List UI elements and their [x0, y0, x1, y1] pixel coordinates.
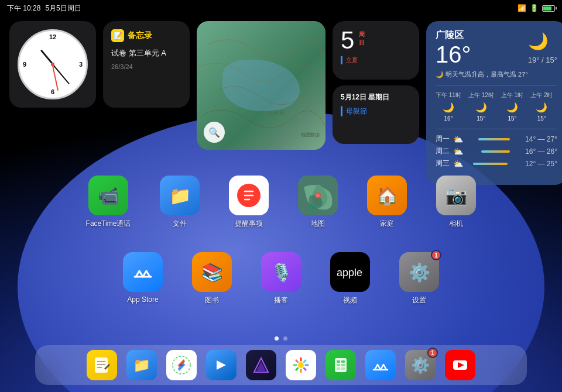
settings-label: 设置: [412, 295, 426, 305]
dock-settings[interactable]: ⚙️ 1: [405, 350, 436, 380]
notes-header: 📝 备忘录: [111, 29, 181, 42]
tv-label: 视频: [343, 295, 357, 305]
weather-location: 广陵区: [436, 29, 471, 42]
app-maps[interactable]: 地图: [298, 176, 338, 229]
app-row-1: 📹 FaceTime通话 📁 文件 提醒事项: [86, 176, 477, 229]
notes-app-label: 备忘录: [128, 30, 152, 41]
calendar-solar-term: 立夏: [341, 56, 411, 64]
weather-forecast: 周一 ⛅ 14° — 27° 周二 ⛅ 16° — 26° 周三 ⛅: [436, 129, 557, 169]
hourly-3: 上午 2时 🌙 15°: [530, 91, 553, 122]
forecast-row-1: 周二 ⛅ 16° — 26°: [436, 146, 557, 156]
dock-settings-badge: 1: [427, 348, 438, 358]
hourly-0: 下午 11时 🌙 16°: [436, 91, 461, 122]
camera-label: 相机: [449, 219, 463, 229]
page-dots: [275, 336, 287, 341]
events-date: 5月12日 星期日: [341, 92, 411, 102]
dock: 📁: [35, 345, 527, 385]
notes-date: 26/3/24: [111, 63, 181, 70]
app-books[interactable]: 📚 图书: [192, 252, 232, 305]
app-home[interactable]: 🏠 家庭: [367, 176, 407, 229]
svg-rect-11: [95, 357, 108, 373]
forecast-row-0: 周一 ⛅ 14° — 27°: [436, 134, 557, 144]
status-right: 📶 🔋: [518, 4, 555, 12]
svg-text:apple: apple: [337, 267, 362, 278]
dot-1: [283, 336, 287, 341]
app-settings[interactable]: ⚙️ 1 设置: [399, 252, 439, 305]
home-icon: 🏠: [367, 176, 407, 215]
podcasts-icon: 🎙️: [261, 252, 301, 292]
app-appstore[interactable]: App Store: [123, 252, 163, 305]
app-files[interactable]: 📁 文件: [160, 176, 200, 229]
weather-widget[interactable]: 广陵区 16° 🌙 19° / 15° 🌙 明天气温升高，最高气温 27° 下午…: [426, 21, 562, 185]
home-label: 家庭: [380, 219, 394, 229]
hourly-1: 上午 12时 🌙 15°: [468, 91, 494, 122]
facetime-icon: 📹: [88, 176, 128, 215]
notes-content: 试卷 第三单元 A: [111, 48, 181, 59]
notes-app-icon: 📝: [111, 29, 124, 42]
weather-range: 19° / 15°: [528, 56, 557, 64]
svg-point-21: [180, 364, 183, 366]
reminders-label: 提醒事项: [235, 219, 263, 229]
calendar-day-row: 5 周日: [341, 28, 411, 53]
dock-notchmeister[interactable]: [246, 350, 276, 380]
hourly-2: 上午 1时 🌙 15°: [501, 91, 523, 122]
calendar-group: 5 周日 立夏 5月12日 星期日 母親節: [333, 21, 419, 185]
battery-indicator: [542, 5, 555, 12]
svg-marker-22: [217, 360, 226, 370]
status-time: 下午 10:28: [7, 4, 40, 13]
app-podcasts[interactable]: 🎙️ 播客: [261, 252, 301, 305]
status-date: 5月5日周日: [45, 4, 81, 13]
appstore-icon: [123, 252, 163, 292]
reminders-icon: [229, 176, 269, 215]
app-grid: 📹 FaceTime通话 📁 文件 提醒事项: [0, 176, 562, 305]
svg-text:江苏省: 江苏省: [267, 109, 285, 116]
app-row-2: App Store 📚 图书 🎙️ 播客 apple 视频 ⚙️: [123, 252, 439, 305]
maps-label: 地图: [311, 219, 325, 229]
dock-safari[interactable]: [166, 350, 197, 380]
event-item-0: 母親節: [341, 106, 411, 116]
app-tv[interactable]: apple 视频: [330, 252, 370, 305]
dock-appstore[interactable]: [365, 350, 396, 380]
app-reminders[interactable]: 提醒事项: [229, 176, 269, 229]
notes-widget[interactable]: 📝 备忘录 试卷 第三单元 A 26/3/24: [103, 21, 190, 108]
weather-hourly: 下午 11时 🌙 16° 上午 12时 🌙 15° 上午 1时 🌙 15° 上午…: [436, 85, 557, 122]
svg-rect-28: [341, 360, 345, 363]
dock-photos[interactable]: [286, 350, 316, 380]
settings-badge: 1: [431, 250, 441, 260]
clock-widget[interactable]: 12 3 6 9: [9, 21, 96, 108]
svg-rect-27: [337, 360, 340, 363]
files-label: 文件: [173, 219, 187, 229]
weather-description: 🌙 明天气温升高，最高气温 27°: [436, 70, 557, 79]
calendar-weekday: 周日: [359, 30, 365, 47]
dock-notes[interactable]: [87, 350, 117, 380]
dock-numbers[interactable]: [325, 350, 356, 380]
weather-top: 广陵区 16° 🌙 19° / 15°: [436, 29, 557, 68]
maps-icon: [298, 176, 338, 215]
events-widget[interactable]: 5月12日 星期日 母親節: [333, 85, 419, 144]
event-dot: [341, 106, 342, 116]
calendar-widget[interactable]: 5 周日 立夏: [333, 21, 419, 80]
svg-rect-32: [341, 367, 345, 370]
calendar-day-number: 5: [341, 28, 354, 53]
event-text-0: 母親節: [346, 106, 367, 116]
map-search-button[interactable]: 🔍: [204, 122, 225, 143]
camera-icon: 📷: [436, 176, 476, 215]
widgets-area: 12 3 6 9 📝 备忘录 试卷 第三单元 A 26/3/24 江苏省: [9, 21, 553, 185]
svg-marker-24: [256, 362, 266, 371]
status-left: 下午 10:28 5月5日周日: [7, 4, 81, 13]
books-label: 图书: [205, 295, 219, 305]
status-bar: 下午 10:28 5月5日周日 📶 🔋: [0, 0, 562, 16]
app-camera[interactable]: 📷 相机: [436, 176, 476, 229]
map-widget[interactable]: 江苏省 🔍 地图数据: [197, 21, 325, 150]
podcasts-label: 播客: [274, 295, 288, 305]
dock-prompt[interactable]: [206, 350, 237, 380]
files-icon: 📁: [160, 176, 200, 215]
settings-icon: ⚙️ 1: [399, 252, 439, 292]
svg-point-8: [316, 194, 320, 197]
app-facetime[interactable]: 📹 FaceTime通话: [86, 176, 131, 229]
signal-icon: 🔋: [530, 4, 539, 12]
dock-youtube[interactable]: [445, 350, 475, 380]
svg-rect-31: [337, 367, 340, 370]
dock-files[interactable]: 📁: [126, 350, 157, 380]
svg-point-25: [298, 362, 304, 368]
